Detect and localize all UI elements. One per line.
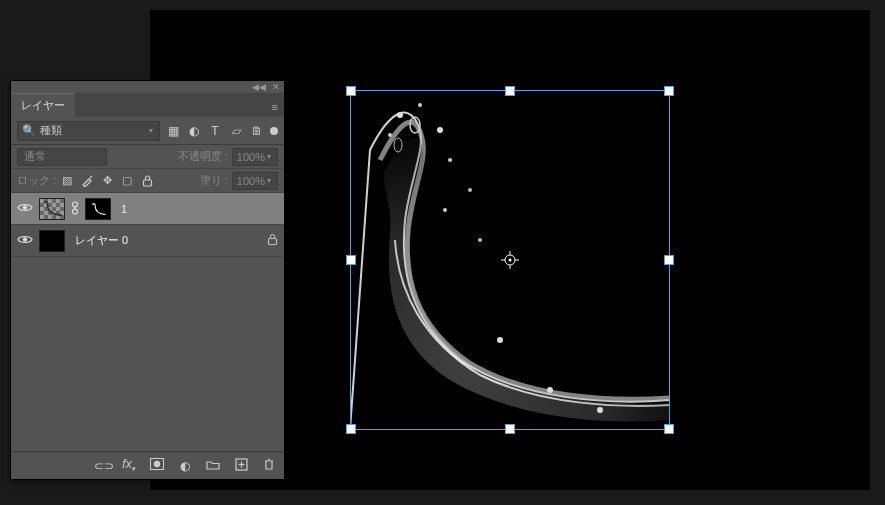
transform-handle-bottom-right[interactable] [664,424,674,434]
lock-paint-icon[interactable] [80,174,94,188]
layer-row[interactable]: レイヤー 0 [11,225,284,257]
svg-point-24 [23,237,27,241]
image-icon[interactable]: ▦ [166,124,180,138]
transform-handle-bottom[interactable] [505,424,515,434]
panel-menu-icon[interactable]: ≡ [266,97,284,117]
visibility-icon[interactable] [17,234,33,247]
transform-handle-top-right[interactable] [664,86,674,96]
mask-thumbnail[interactable] [85,198,111,220]
opacity-label: 不透明度 : [178,149,228,164]
blend-row: 通常 不透明度 : 100% ▾ [11,145,284,169]
group-icon[interactable] [206,459,220,473]
panel-footer: ⊂⊃ fx▾ ◐ [11,451,284,479]
layer-thumbnail[interactable] [39,198,65,220]
layer-thumbnail[interactable] [39,230,65,252]
layer-name[interactable]: レイヤー 0 [75,233,128,248]
layer-filter-row: 🔍 種類 ▾ ▦ ◐ T ▱ 🗎 [11,117,284,145]
filter-toggle-icon[interactable] [270,127,278,135]
svg-rect-25 [269,239,277,245]
lock-row: ロック : ▨ ✥ ▢ 塗り : 100% ▾ [11,169,284,193]
opacity-value: 100% [237,151,265,163]
fill-input[interactable]: 100% ▾ [232,172,278,190]
close-icon[interactable]: ✕ [272,83,280,92]
layer-row[interactable]: 1 [11,193,284,225]
tab-layers[interactable]: レイヤー [11,93,75,117]
visibility-icon[interactable] [17,202,33,215]
lock-pixels-icon[interactable]: ▨ [60,174,74,188]
lock-icon[interactable] [267,233,278,248]
transform-handle-top-left[interactable] [346,86,356,96]
transform-handle-left[interactable] [346,255,356,265]
fill-label: 塗り : [200,173,228,188]
type-icon[interactable]: T [208,124,222,138]
opacity-input[interactable]: 100% ▾ [232,148,278,166]
chevron-down-icon: ▾ [147,126,155,135]
smartobj-icon[interactable]: 🗎 [250,124,264,138]
search-icon: 🔍 [22,124,36,137]
transform-handle-bottom-left[interactable] [346,424,356,434]
fill-value: 100% [237,175,265,187]
mask-link-icon[interactable] [71,201,79,217]
layers-panel: ◀◀ ✕ レイヤー ≡ 🔍 種類 ▾ ▦ ◐ T ▱ 🗎 通常 不透明度 : 1… [10,80,285,480]
layers-list: 1 レイヤー 0 [11,193,284,451]
mask-icon[interactable] [150,458,164,473]
adjustment-icon[interactable]: ◐ [187,124,201,138]
lock-label: ロック : [17,173,56,188]
collapse-icon[interactable]: ◀◀ [252,83,266,92]
layer-name[interactable]: 1 [121,203,127,215]
chevron-down-icon: ▾ [265,176,273,185]
layer-filter-select[interactable]: 🔍 種類 ▾ [17,121,160,141]
link-icon[interactable]: ⊂⊃ [94,459,108,473]
filter-type-label: 種類 [40,123,143,138]
delete-icon[interactable] [262,458,276,474]
lock-position-icon[interactable]: ✥ [100,174,114,188]
svg-point-20 [23,205,27,209]
blend-mode-select[interactable]: 通常 [17,148,107,166]
lock-artboard-icon[interactable]: ▢ [120,174,134,188]
transform-handle-top[interactable] [505,86,515,96]
svg-point-27 [154,461,160,467]
transform-bounding-box[interactable] [350,90,670,430]
chevron-down-icon: ▾ [265,152,273,161]
svg-point-14 [509,259,512,262]
svg-point-13 [505,255,515,265]
new-layer-icon[interactable] [234,458,248,474]
lock-all-icon[interactable] [140,174,154,188]
transform-handle-right[interactable] [664,255,674,265]
adjustment-layer-icon[interactable]: ◐ [178,459,192,473]
svg-rect-19 [143,180,151,186]
shape-icon[interactable]: ▱ [229,124,243,138]
panel-controls: ◀◀ ✕ [11,81,284,93]
blend-mode-value: 通常 [24,149,46,164]
fx-icon[interactable]: fx▾ [122,457,136,473]
panel-tabs: レイヤー ≡ [11,93,284,117]
transform-pivot-icon[interactable] [501,251,519,269]
